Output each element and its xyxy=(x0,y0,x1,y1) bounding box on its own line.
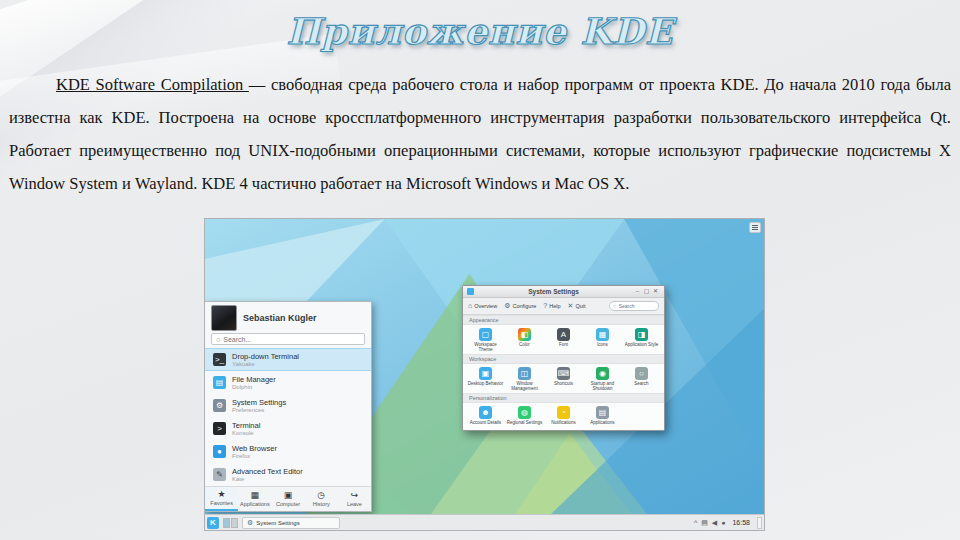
item-label: Drop-down Terminal xyxy=(232,352,299,361)
settings-item-applications[interactable]: ▤ Applications xyxy=(583,406,622,425)
kde-desktop-screenshot: Sebastian Kügler ○ >_ Drop-down Terminal… xyxy=(204,218,765,531)
settings-item-label: Shortcuts xyxy=(554,381,573,386)
slide-body-paragraph: KDE Software Compilation — свободная сре… xyxy=(9,68,951,200)
item-sublabel: Firefox xyxy=(232,453,277,460)
settings-item-application-style[interactable]: ◨ Application Style xyxy=(622,328,661,352)
workspace-theme-icon: ▢ xyxy=(479,328,492,341)
window-title: System Settings xyxy=(474,288,633,295)
launcher-search-input[interactable] xyxy=(223,336,360,343)
settings-item-startup-shutdown[interactable]: ◉ Startup and Shutdown xyxy=(583,367,622,391)
settings-search-input[interactable] xyxy=(619,303,655,309)
pager-desktop-1[interactable] xyxy=(223,518,230,528)
close-button[interactable]: ✕ xyxy=(651,287,660,296)
tab-computer[interactable]: ▣ Computer xyxy=(271,487,304,511)
slide-title: Приложение KDE xyxy=(0,10,960,52)
font-icon: A xyxy=(557,328,570,341)
launcher-tab-bar: ★ Favorites ▦ Applications ▣ Computer ◷ … xyxy=(205,486,371,511)
launcher-item-file-manager[interactable]: ▤ File ManagerDolphin xyxy=(205,371,371,394)
settings-item-window-management[interactable]: ◫ Window Management xyxy=(505,367,544,391)
monitor-icon: ▣ xyxy=(284,491,293,500)
settings-item-notifications[interactable]: ◔ Notifications xyxy=(544,406,583,425)
show-desktop-button[interactable] xyxy=(757,517,762,529)
settings-item-account-details[interactable]: ☻ Account Details xyxy=(466,406,505,425)
taskbar: K ⚙ System Settings ^ ▤ ◀ ● 16:58 xyxy=(205,514,764,530)
terminal-icon: >_ xyxy=(213,353,226,366)
tray-expand-icon[interactable]: ^ xyxy=(694,519,697,526)
section-items: ☻ Account Details ◍ Regional Settings ◔ … xyxy=(463,403,664,427)
document-icon: ✎ xyxy=(213,468,226,481)
window-titlebar[interactable]: System Settings – ▢ ✕ xyxy=(463,286,664,298)
task-button-system-settings[interactable]: ⚙ System Settings xyxy=(242,517,340,529)
item-label: File Manager xyxy=(232,375,276,384)
item-sublabel: Dolphin xyxy=(232,384,276,391)
exit-icon: ↪ xyxy=(351,491,359,500)
tab-favorites[interactable]: ★ Favorites xyxy=(205,487,238,511)
user-avatar[interactable] xyxy=(211,305,237,331)
item-label: Web Browser xyxy=(232,444,277,453)
settings-toolbar: ⌂ Overview ⚙ Configure ? Help ✕ Quit xyxy=(463,298,664,315)
settings-item-desktop-behavior[interactable]: ▣ Desktop Behavior xyxy=(466,367,505,391)
launcher-item-terminal[interactable]: > TerminalKonsole xyxy=(205,417,371,440)
maximize-button[interactable]: ▢ xyxy=(642,287,651,296)
pager-desktop-2[interactable] xyxy=(231,518,238,528)
item-label: System Settings xyxy=(232,398,286,407)
console-icon: > xyxy=(213,422,226,435)
tab-history[interactable]: ◷ History xyxy=(305,487,338,511)
launcher-item-web-browser[interactable]: ● Web BrowserFirefox xyxy=(205,440,371,463)
settings-item-label: Notifications xyxy=(551,420,576,425)
clock-icon: ◷ xyxy=(317,491,325,500)
overview-button[interactable]: ⌂ Overview xyxy=(468,302,497,310)
icons-icon: ▦ xyxy=(596,328,609,341)
settings-item-workspace-theme[interactable]: ▢ Workspace Theme xyxy=(466,328,505,352)
help-icon: ? xyxy=(543,302,547,310)
minimize-button[interactable]: – xyxy=(633,287,642,296)
settings-item-search[interactable]: ○ Search xyxy=(622,367,661,391)
settings-item-label: Startup and Shutdown xyxy=(584,381,621,391)
tab-applications[interactable]: ▦ Applications xyxy=(238,487,271,511)
color-palette-icon: ◧ xyxy=(518,328,531,341)
tab-label: Favorites xyxy=(210,500,233,506)
settings-item-color[interactable]: ◧ Color xyxy=(505,328,544,352)
launcher-search[interactable]: ○ xyxy=(211,333,365,345)
application-launcher-button[interactable]: K xyxy=(207,517,219,529)
tray-clipboard-icon[interactable]: ▤ xyxy=(701,519,708,526)
user-icon: ☻ xyxy=(479,406,492,419)
window-management-icon: ◫ xyxy=(518,367,531,380)
section-header-appearance: Appearance xyxy=(463,315,664,325)
item-sublabel: Konsole xyxy=(232,430,260,437)
keyboard-icon: ⌨ xyxy=(557,367,570,380)
settings-item-font[interactable]: A Font xyxy=(544,328,583,352)
tray-volume-icon[interactable]: ◀ xyxy=(712,519,717,526)
settings-search[interactable]: ○ xyxy=(609,301,659,311)
body-lead-term: KDE Software Compilation xyxy=(56,75,249,94)
grid-icon: ▦ xyxy=(251,491,260,500)
tray-network-icon[interactable]: ● xyxy=(721,519,725,526)
tab-leave[interactable]: ↪ Leave xyxy=(338,487,371,511)
gear-icon: ⚙ xyxy=(504,302,510,310)
launcher-item-dropdown-terminal[interactable]: >_ Drop-down TerminalYakuake xyxy=(205,348,371,371)
item-label: Advanced Text Editor xyxy=(232,467,303,476)
settings-item-icons[interactable]: ▦ Icons xyxy=(583,328,622,352)
item-sublabel: Preferences xyxy=(232,407,286,414)
help-button[interactable]: ? Help xyxy=(543,302,560,310)
digital-clock[interactable]: 16:58 xyxy=(729,519,753,526)
section-items: ▣ Desktop Behavior ◫ Window Management ⌨… xyxy=(463,364,664,393)
favorites-list: >_ Drop-down TerminalYakuake ▤ File Mana… xyxy=(205,347,371,486)
panel-toggle-icon[interactable] xyxy=(749,222,761,233)
launcher-item-system-settings[interactable]: ⚙ System SettingsPreferences xyxy=(205,394,371,417)
tool-label: Help xyxy=(549,303,560,309)
settings-item-regional-settings[interactable]: ◍ Regional Settings xyxy=(505,406,544,425)
configure-button[interactable]: ⚙ Configure xyxy=(504,302,536,310)
item-sublabel: Yakuake xyxy=(232,361,299,368)
settings-item-shortcuts[interactable]: ⌨ Shortcuts xyxy=(544,367,583,391)
home-icon: ⌂ xyxy=(468,302,472,310)
presentation-slide: Приложение KDE KDE Software Compilation … xyxy=(0,0,960,540)
launcher-item-text-editor[interactable]: ✎ Advanced Text EditorKate xyxy=(205,463,371,486)
item-sublabel: Kate xyxy=(232,476,303,483)
quit-button[interactable]: ✕ Quit xyxy=(568,302,586,310)
window-app-icon xyxy=(467,288,474,295)
desktop-behavior-icon: ▣ xyxy=(479,367,492,380)
tool-label: Overview xyxy=(474,303,497,309)
system-tray: ^ ▤ ◀ ● 16:58 xyxy=(694,517,762,529)
virtual-desktop-pager[interactable] xyxy=(223,518,238,528)
